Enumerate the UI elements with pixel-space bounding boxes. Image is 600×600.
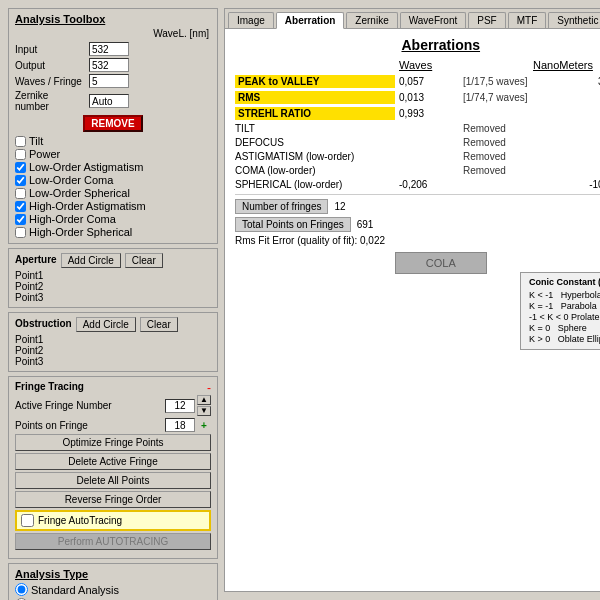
coma-label: COMA (low-order) (235, 165, 395, 176)
conic-row-1: K < -1 Hyperbola (529, 290, 600, 300)
obstruction-point1: Point1 (15, 334, 211, 345)
rms-bracket: [1/74,7 waves] (463, 92, 573, 103)
tab-zernike[interactable]: Zernike (346, 12, 397, 28)
aperture-point2: Point2 (15, 281, 211, 292)
hi-sph-row: High-Order Spherical (15, 226, 211, 238)
low-sph-checkbox[interactable] (15, 188, 26, 199)
tab-image[interactable]: Image (228, 12, 274, 28)
aperture-point1: Point1 (15, 270, 211, 281)
rms-fit-label: Rms Fit Error (quality of fit): (235, 235, 357, 246)
conic-row-4: K = 0 Sphere (529, 323, 600, 333)
fringe-down-button[interactable]: ▼ (197, 406, 211, 416)
hi-astig-checkbox[interactable] (15, 201, 26, 212)
peak-valley-label: PEAK to VALLEY (235, 75, 395, 88)
points-on-fringe-input[interactable] (165, 418, 195, 432)
optimize-fringe-button[interactable]: Optimize Fringe Points (15, 434, 211, 451)
power-checkbox[interactable] (15, 149, 26, 160)
output-field[interactable] (89, 58, 129, 72)
peak-valley-bracket: [1/17,5 waves] (463, 76, 573, 87)
hi-coma-label: High-Order Coma (29, 213, 116, 225)
zernike-label: Zernike number (15, 90, 85, 112)
analysis-type-section: Analysis Type Standard Analysis Aspheric… (8, 563, 218, 600)
fringe-tracing-section: Fringe Tracing - Active Fringe Number ▲ … (8, 376, 218, 559)
waves-field[interactable] (89, 74, 129, 88)
delete-active-fringe-button[interactable]: Delete Active Fringe (15, 453, 211, 470)
analysis-type-title: Analysis Type (15, 568, 211, 580)
low-coma-checkbox[interactable] (15, 175, 26, 186)
standard-analysis-label: Standard Analysis (31, 584, 119, 596)
aperture-add-circle-button[interactable]: Add Circle (61, 253, 121, 268)
analysis-toolbox-section: Analysis Toolbox WaveL. [nm] Input Outpu… (8, 8, 218, 244)
analysis-toolbox-title: Analysis Toolbox (15, 13, 211, 25)
strehl-value: 0,993 (399, 108, 459, 119)
conic-row-3: -1 < K < 0 Prolate Ellipsoid (529, 312, 600, 322)
defocus-removed: Removed (463, 137, 506, 148)
right-panel: Image Aberration Zernike WaveFront PSF M… (224, 8, 600, 592)
rms-value: 0,013 (399, 92, 459, 103)
spherical-value: -0,206 (399, 179, 459, 190)
low-sph-row: Low-Order Spherical (15, 187, 211, 199)
aperture-clear-button[interactable]: Clear (125, 253, 163, 268)
autotracing-checkbox[interactable] (21, 514, 34, 527)
waves-label: Waves / Fringe (15, 76, 85, 87)
fringe-up-button[interactable]: ▲ (197, 395, 211, 405)
power-label: Power (29, 148, 60, 160)
low-coma-row: Low-Order Coma (15, 174, 211, 186)
aberration-content: Aberrations Waves NanoMeters PEAK to VAL… (225, 29, 600, 591)
autotracing-label: Fringe AutoTracing (38, 515, 122, 526)
input-field[interactable] (89, 42, 129, 56)
obstruction-title: Obstruction (15, 318, 72, 329)
strehl-row: STREHL RATIO 0,993 (235, 107, 600, 120)
hi-coma-row: High-Order Coma (15, 213, 211, 225)
tilt-checkbox[interactable] (15, 136, 26, 147)
remove-button[interactable]: REMOVE (83, 115, 142, 132)
rms-fit-value: 0,022 (360, 235, 385, 246)
zernike-field[interactable] (89, 94, 129, 108)
conic-row-2: K = -1 Parabola (529, 301, 600, 311)
rms-row: RMS 0,013 [1/74,7 waves] 7,1 nm. (235, 91, 600, 104)
conic-constant-box: Conic Constant (K) range K < -1 Hyperbol… (520, 272, 600, 350)
reverse-fringe-button[interactable]: Reverse Fringe Order (15, 491, 211, 508)
aperture-section: Aperture Add Circle Clear Point1 Point2 … (8, 248, 218, 308)
tab-aberration[interactable]: Aberration (276, 12, 345, 29)
active-fringe-label: Active Fringe Number (15, 400, 112, 411)
astigmatism-label: ASTIGMATISM (low-order) (235, 151, 395, 162)
output-label: Output (15, 60, 85, 71)
tilt-label: Tilt (29, 135, 43, 147)
low-sph-label: Low-Order Spherical (29, 187, 130, 199)
tilt-row-ab: TILT Removed (235, 123, 600, 134)
obstruction-add-circle-button[interactable]: Add Circle (76, 317, 136, 332)
tab-mtf[interactable]: MTF (508, 12, 547, 28)
perform-autotracing-button[interactable]: Perform AUTOTRACING (15, 533, 211, 550)
fringe-tracing-title: Fringe Tracing (15, 381, 84, 392)
rms-nm: 7,1 nm. (577, 92, 600, 103)
active-fringe-input[interactable] (165, 399, 195, 413)
tab-wavefront[interactable]: WaveFront (400, 12, 467, 28)
hi-astig-row: High-Order Astigmatism (15, 200, 211, 212)
obstruction-point2: Point2 (15, 345, 211, 356)
standard-analysis-radio[interactable] (15, 583, 28, 596)
delete-all-points-button[interactable]: Delete All Points (15, 472, 211, 489)
tab-synthetic[interactable]: Synthetic (548, 12, 600, 28)
peak-valley-row: PEAK to VALLEY 0,057 [1/17,5 waves] 30,4… (235, 75, 600, 88)
waves-col-header: Waves (399, 59, 469, 71)
hi-sph-checkbox[interactable] (15, 227, 26, 238)
fringe-minus-icon[interactable]: - (207, 381, 211, 395)
autotracing-box: Fringe AutoTracing (15, 510, 211, 531)
rms-label: RMS (235, 91, 395, 104)
low-astig-checkbox[interactable] (15, 162, 26, 173)
tab-psf[interactable]: PSF (468, 12, 505, 28)
power-row: Power (15, 148, 211, 160)
obstruction-section: Obstruction Add Circle Clear Point1 Poin… (8, 312, 218, 372)
wave-header: WaveL. [nm] (15, 28, 211, 39)
aperture-title: Aperture (15, 254, 57, 265)
left-panel: Analysis Toolbox WaveL. [nm] Input Outpu… (8, 8, 218, 592)
hi-coma-checkbox[interactable] (15, 214, 26, 225)
tilt-ab-label: TILT (235, 123, 395, 134)
low-astig-row: Low-Order Astigmatism (15, 161, 211, 173)
nm-col-header: NanoMeters (533, 59, 600, 71)
plus-icon: + (197, 420, 211, 430)
obstruction-clear-button[interactable]: Clear (140, 317, 178, 332)
obstruction-point3: Point3 (15, 356, 211, 367)
num-fringes-row: Number of fringes 12 (235, 199, 600, 214)
